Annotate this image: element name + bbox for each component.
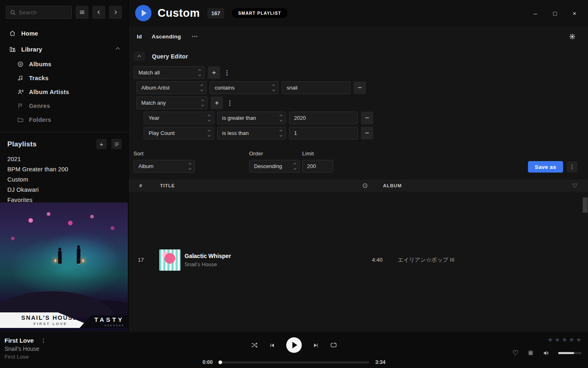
star-icon[interactable]: ★ — [555, 336, 560, 343]
now-playing-album[interactable]: First Love — [4, 354, 47, 360]
minimize-button[interactable]: – — [532, 10, 539, 17]
scrollbar-thumb[interactable] — [583, 197, 588, 213]
track-thumbnail — [159, 249, 180, 271]
rule-value-input[interactable] — [282, 81, 350, 94]
column-album[interactable]: ALBUM — [370, 183, 568, 188]
rule-field-select[interactable]: Album Artist — [136, 81, 207, 94]
remove-rule-button[interactable]: − — [354, 81, 366, 94]
clock-icon — [362, 183, 368, 188]
settings-button[interactable] — [569, 33, 576, 40]
rule-field-select[interactable]: Play Count — [144, 127, 214, 139]
track-count-badge: 167 — [207, 8, 225, 18]
column-duration[interactable] — [338, 183, 370, 188]
play-icon — [292, 342, 297, 348]
progress-bar[interactable] — [219, 361, 369, 364]
match-select-group2[interactable]: Match any — [136, 96, 207, 109]
limit-input[interactable] — [302, 160, 333, 173]
sort-toolbar: Id Ascending ⋯ — [129, 26, 588, 47]
album-art-label-banner: TASTY — [80, 315, 128, 328]
column-favorite[interactable]: ♡ — [568, 182, 582, 189]
match-select-value: Match any — [141, 100, 166, 106]
album-art-figure — [77, 248, 80, 264]
search-input[interactable] — [19, 9, 68, 16]
menu-button[interactable] — [76, 6, 89, 19]
group-menu-button[interactable]: ⋮ — [226, 99, 234, 107]
order-select[interactable]: Descending — [249, 160, 300, 173]
track-number: 17 — [129, 257, 153, 263]
sort-select[interactable]: Album — [134, 160, 195, 173]
sort-field-button[interactable]: Id — [137, 34, 142, 40]
playlist-item[interactable]: BPM Greater than 200 — [7, 164, 128, 175]
progress-handle[interactable] — [218, 361, 222, 364]
playlist-item[interactable]: Custom — [7, 175, 128, 185]
star-icon[interactable]: ★ — [576, 336, 581, 343]
page-title: Custom — [158, 7, 200, 20]
field-select-value: Album Artist — [141, 85, 169, 91]
track-row[interactable]: 17 Galactic Whisper Snail’s House 4:40 エ… — [129, 192, 588, 331]
rule-field-select[interactable]: Year — [144, 112, 214, 124]
sidebar-item-library[interactable]: Library — [0, 41, 128, 57]
column-title[interactable]: TITLE — [153, 183, 338, 188]
volume-slider[interactable] — [558, 352, 581, 354]
maximize-button[interactable]: □ — [551, 10, 559, 17]
star-icon[interactable]: ★ — [548, 336, 553, 343]
now-playing-album-art[interactable]: SNAIL'S HOUSE FIRST LOVE TASTY — [0, 202, 128, 331]
more-options-button[interactable]: ⋯ — [192, 33, 198, 40]
library-icon — [9, 46, 16, 53]
remove-rule-button[interactable]: − — [361, 127, 373, 139]
save-menu-button[interactable]: ⋮ — [567, 162, 577, 172]
volume-button[interactable] — [543, 350, 550, 357]
sidebar-item-albums[interactable]: Albums — [17, 57, 128, 71]
search-box[interactable] — [6, 6, 72, 19]
collapse-query-editor-button[interactable] — [134, 52, 145, 61]
add-rule-button[interactable]: + — [211, 96, 223, 109]
now-playing-info: First Love ⋮ Snail’s House First Love — [4, 337, 47, 360]
limit-label: Limit — [302, 150, 333, 157]
star-icon[interactable]: ★ — [562, 336, 567, 343]
save-as-button[interactable]: Save as — [528, 161, 563, 173]
sidebar-item-tracks[interactable]: Tracks — [17, 71, 128, 85]
playlist-item[interactable]: DJ Okawari — [7, 185, 128, 195]
now-playing-artist[interactable]: Snail’s House — [4, 346, 47, 352]
column-index[interactable]: # — [129, 183, 153, 188]
rule-operator-select[interactable]: is less than — [217, 127, 286, 139]
sidebar-item-home[interactable]: Home — [0, 25, 128, 41]
next-button[interactable] — [313, 342, 319, 348]
play-playlist-button[interactable] — [135, 5, 151, 21]
sidebar-item-genres[interactable]: Genres — [17, 99, 128, 113]
rule-operator-select[interactable]: is greater than — [217, 112, 286, 124]
sidebar-item-album-artists[interactable]: Album Artists — [17, 85, 128, 99]
playlist-item[interactable]: 2021 — [7, 154, 128, 164]
now-playing-menu-button[interactable]: ⋮ — [41, 337, 47, 344]
add-playlist-button[interactable]: + — [96, 139, 107, 149]
sidebar-item-folders[interactable]: Folders — [17, 113, 128, 127]
star-icon[interactable]: ★ — [569, 336, 574, 343]
rule-value-input[interactable] — [289, 112, 358, 124]
shuffle-button[interactable] — [251, 341, 258, 349]
sort-direction-button[interactable]: Ascending — [152, 34, 181, 40]
elapsed-time: 0:00 — [203, 359, 213, 365]
group-menu-button[interactable]: ⋮ — [223, 69, 231, 76]
queue-button[interactable] — [527, 350, 534, 357]
chevron-up-icon[interactable] — [116, 47, 120, 52]
favorite-button[interactable]: ♡ — [512, 349, 519, 357]
rule-value-input[interactable] — [289, 127, 358, 139]
remove-rule-button[interactable]: − — [361, 112, 373, 124]
track-duration: 4:40 — [352, 257, 385, 263]
back-button[interactable] — [92, 6, 105, 19]
previous-button[interactable] — [269, 342, 275, 348]
play-pause-button[interactable] — [286, 337, 302, 353]
rule-operator-select[interactable]: contains — [210, 81, 278, 94]
forward-button[interactable] — [109, 6, 122, 19]
repeat-button[interactable] — [330, 341, 337, 349]
genres-flag-icon — [17, 103, 24, 109]
spinner-icon — [189, 164, 191, 169]
playlist-options-button[interactable] — [111, 139, 122, 149]
sidebar-item-label: Home — [21, 30, 38, 37]
heart-icon: ♡ — [572, 182, 577, 189]
close-button[interactable]: × — [571, 10, 578, 17]
star-rating: ★ ★ ★ ★ ★ — [548, 336, 581, 343]
match-select-group1[interactable]: Match all — [134, 66, 205, 79]
add-rule-button[interactable]: + — [208, 66, 220, 79]
playlist-header: Custom 167 SMART PLAYLIST – □ × — [129, 0, 588, 26]
